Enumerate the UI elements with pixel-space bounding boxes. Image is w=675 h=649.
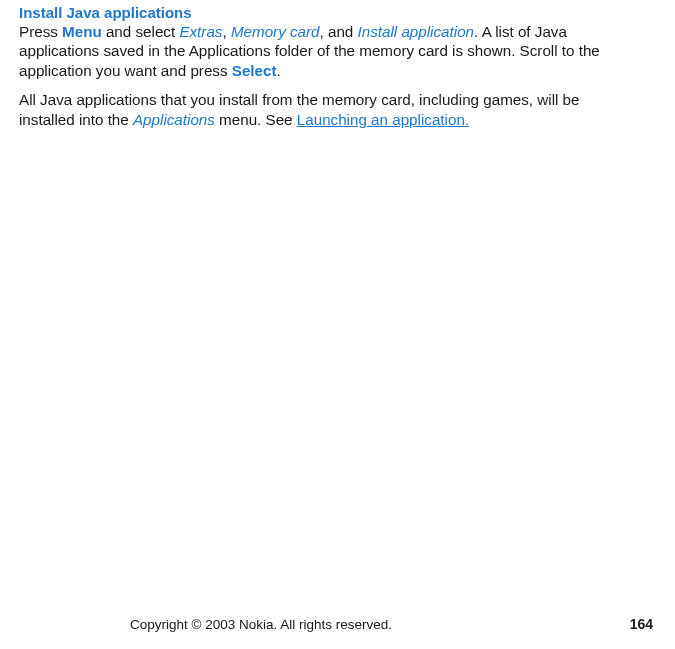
text: , and [320, 23, 358, 40]
ui-key-select: Select [232, 62, 277, 79]
page-footer: Copyright © 2003 Nokia. All rights reser… [0, 616, 675, 632]
text: menu. See [215, 111, 297, 128]
paragraph-1: Press Menu and select Extras, Memory car… [19, 22, 635, 80]
copyright-text: Copyright © 2003 Nokia. All rights reser… [130, 617, 392, 632]
menu-item-install-application: Install application [358, 23, 475, 40]
text: and select [102, 23, 180, 40]
text: , [222, 23, 230, 40]
menu-item-memory-card: Memory card [231, 23, 320, 40]
ui-key-menu: Menu [62, 23, 102, 40]
link-launching-application[interactable]: Launching an application. [297, 111, 469, 128]
text: Press [19, 23, 62, 40]
text: . [277, 62, 281, 79]
section-heading: Install Java applications [19, 4, 635, 21]
menu-item-extras: Extras [179, 23, 222, 40]
page-number: 164 [630, 616, 653, 632]
paragraph-2: All Java applications that you install f… [19, 90, 635, 129]
menu-item-applications: Applications [133, 111, 215, 128]
